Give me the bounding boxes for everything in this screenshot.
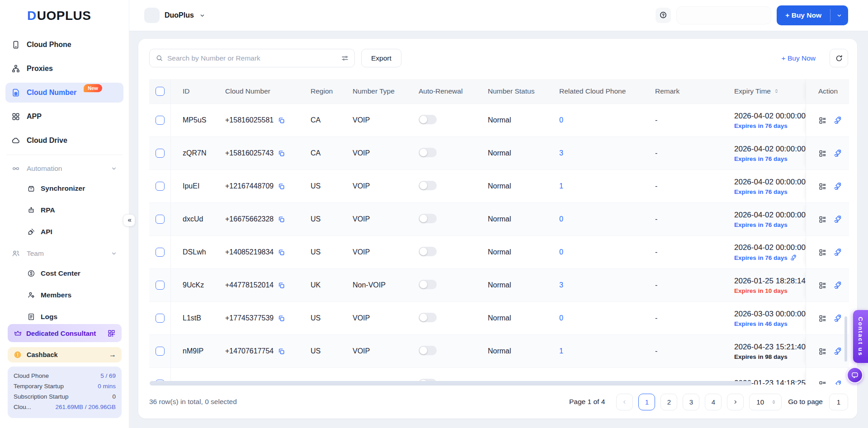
details-icon[interactable] — [818, 380, 827, 385]
page-size-select[interactable]: 10 — [749, 394, 782, 410]
details-icon[interactable] — [818, 116, 827, 125]
expiry-date: 2026-04-23 15:21:40 — [734, 343, 806, 352]
details-icon[interactable] — [818, 314, 827, 323]
details-icon[interactable] — [818, 281, 827, 290]
export-button[interactable]: Export — [361, 49, 401, 67]
sidebar-item-synchronizer[interactable]: Synchronizer — [5, 179, 123, 198]
renew-icon[interactable] — [833, 116, 842, 125]
expiry-date: 2026-03-03 00:00:00 — [734, 310, 806, 319]
renew-icon[interactable] — [833, 248, 842, 257]
renew-icon[interactable] — [833, 182, 842, 191]
copy-icon[interactable] — [278, 315, 285, 322]
vertical-scrollbar[interactable] — [844, 316, 847, 362]
auto-renewal-toggle[interactable] — [419, 313, 437, 322]
table-body: MP5uS +15816025581 CA VOIP Normal 0 - 20… — [149, 103, 849, 385]
search-input[interactable] — [167, 54, 337, 62]
details-icon[interactable] — [818, 215, 827, 224]
row-checkbox[interactable] — [156, 248, 165, 257]
auto-renewal-toggle[interactable] — [419, 148, 437, 157]
contact-us-tab[interactable]: Contact us — [853, 310, 868, 363]
expiry-date: 2026-04-02 00:00:00 — [734, 145, 806, 154]
dedicated-consultant-button[interactable]: Dedicated Consultant — [8, 324, 122, 342]
related-cloud-phone-link[interactable]: 1 — [559, 182, 563, 190]
auto-renewal-toggle[interactable] — [419, 214, 437, 223]
renew-icon[interactable] — [790, 254, 797, 261]
table-row: DSLwh +14085219834 US VOIP Normal 0 - 20… — [149, 235, 849, 268]
sidebar-item-rpa[interactable]: RPA — [5, 200, 123, 220]
select-all-checkbox[interactable] — [156, 87, 165, 96]
buy-now-button[interactable]: + Buy Now — [777, 5, 848, 25]
row-checkbox[interactable] — [156, 215, 165, 224]
renew-icon[interactable] — [833, 215, 842, 224]
buy-now-label[interactable]: + Buy Now — [777, 5, 830, 25]
related-cloud-phone-link[interactable]: 0 — [559, 248, 563, 256]
page-button-3[interactable]: 3 — [683, 394, 699, 410]
workspace-selector[interactable]: DuoPlus — [144, 8, 206, 23]
sort-icon[interactable] — [773, 88, 780, 94]
goto-page-input[interactable] — [829, 394, 848, 410]
renew-icon[interactable] — [833, 347, 842, 356]
sidebar-item-api[interactable]: API — [5, 222, 123, 242]
stat-subscription-startup: Subscription Startup0 — [14, 393, 116, 400]
sidebar-group-team[interactable]: Team — [5, 244, 123, 263]
sidebar-item-cost-center[interactable]: Cost Center — [5, 263, 123, 283]
page-button-2[interactable]: 2 — [660, 394, 677, 410]
details-icon[interactable] — [818, 149, 827, 158]
sidebar-item-app[interactable]: APP — [5, 107, 123, 127]
row-checkbox[interactable] — [156, 149, 165, 158]
sidebar-group-automation[interactable]: Automation — [5, 159, 123, 179]
sidebar-item-members[interactable]: Members — [5, 285, 123, 305]
details-icon[interactable] — [818, 182, 827, 191]
renew-icon[interactable] — [833, 380, 842, 385]
page-button-4[interactable]: 4 — [705, 394, 722, 410]
copy-icon[interactable] — [278, 249, 285, 256]
details-icon[interactable] — [818, 248, 827, 257]
page-button-1[interactable]: 1 — [638, 394, 655, 410]
renew-icon[interactable] — [833, 149, 842, 158]
cashback-button[interactable]: Cashback → — [8, 347, 122, 362]
buy-now-dropdown[interactable] — [830, 5, 848, 25]
auto-renewal-toggle[interactable] — [419, 247, 437, 256]
horizontal-scrollbar[interactable] — [150, 381, 752, 386]
row-checkbox[interactable] — [156, 182, 165, 191]
next-page-button[interactable] — [727, 394, 744, 410]
help-button[interactable] — [656, 8, 671, 23]
cloud-number-table: ID Cloud Number Region Number Type Auto-… — [149, 79, 849, 385]
related-cloud-phone-link[interactable]: 0 — [559, 215, 563, 223]
copy-icon[interactable] — [278, 348, 285, 355]
sidebar-item-cloud-phone[interactable]: Cloud Phone — [5, 35, 123, 55]
related-cloud-phone-link[interactable]: 3 — [559, 149, 563, 157]
qr-code-icon[interactable] — [107, 329, 116, 338]
column-number-type: Number Type — [341, 87, 407, 95]
copy-icon[interactable] — [278, 117, 285, 124]
row-checkbox[interactable] — [156, 347, 165, 356]
row-checkbox[interactable] — [156, 116, 165, 125]
contact-chat-bubble[interactable] — [847, 367, 863, 383]
auto-renewal-toggle[interactable] — [419, 181, 437, 190]
details-icon[interactable] — [818, 347, 827, 356]
related-cloud-phone-link[interactable]: 1 — [559, 347, 563, 355]
copy-icon[interactable] — [278, 150, 285, 157]
auto-renewal-toggle[interactable] — [419, 346, 437, 355]
auto-renewal-toggle[interactable] — [419, 280, 437, 289]
row-checkbox[interactable] — [156, 281, 165, 290]
related-cloud-phone-link[interactable]: 0 — [559, 314, 563, 322]
renew-icon[interactable] — [833, 281, 842, 290]
sidebar-item-cloud-number[interactable]: Cloud NumberNew — [5, 83, 123, 103]
sidebar-collapse-button[interactable] — [123, 214, 135, 226]
sidebar-item-cloud-drive[interactable]: Cloud Drive — [5, 131, 123, 151]
sidebar-item-proxies[interactable]: Proxies — [5, 59, 123, 79]
related-cloud-phone-link[interactable]: 0 — [559, 116, 563, 124]
renew-icon[interactable] — [833, 314, 842, 323]
filter-sliders-icon[interactable] — [341, 54, 349, 62]
copy-icon[interactable] — [278, 282, 285, 289]
copy-icon[interactable] — [278, 216, 285, 223]
prev-page-button[interactable] — [616, 394, 633, 410]
refresh-button[interactable] — [830, 49, 848, 67]
cell-number-status: Normal — [476, 281, 547, 289]
row-checkbox[interactable] — [156, 314, 165, 323]
buy-now-link[interactable]: + Buy Now — [782, 54, 816, 62]
related-cloud-phone-link[interactable]: 3 — [559, 281, 563, 289]
copy-icon[interactable] — [278, 183, 285, 190]
auto-renewal-toggle[interactable] — [419, 115, 437, 124]
